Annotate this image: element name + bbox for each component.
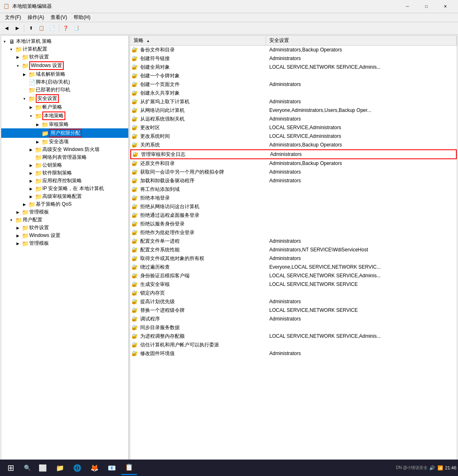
menu-view[interactable]: 查看(V) (47, 13, 70, 22)
policy-row[interactable]: 🔐更改时区LOCAL SERVICE,Administrators (130, 123, 457, 132)
policy-row[interactable]: 🔐拒绝通过远程桌面服务登录 (130, 211, 457, 220)
tree-item-secoptions[interactable]: ▶📁安全选项 (1, 138, 128, 146)
tree-item-windows[interactable]: ▾📁Windows 设置 (1, 61, 128, 70)
clock[interactable]: 21:46 (445, 465, 456, 470)
tree-expand-userconfig[interactable]: ▾ (8, 217, 14, 223)
tree-item-pubkey[interactable]: ▶📁公钥策略 (1, 161, 128, 169)
start-button[interactable]: ⊞ (2, 460, 20, 475)
tree-expand-ipsec[interactable]: ▶ (28, 186, 34, 192)
tree-item-ipsec[interactable]: ▶📁IP 安全策略，在 本地计算机 (1, 185, 128, 193)
tree-expand-secoptions[interactable]: ▶ (34, 139, 41, 145)
tree-expand-usersw[interactable]: ▶ (14, 225, 21, 231)
policy-row[interactable]: 🔐替换一个进程级令牌LOCAL SERVICE,NETWORK SERVICE (130, 306, 457, 315)
policy-row[interactable]: 🔐创建全局对象LOCAL SERVICE,NETWORK SERVICE,Adm… (130, 63, 457, 72)
tree-expand-pubkey[interactable]: ▶ (28, 162, 34, 169)
policy-row[interactable]: 🔐提高计划优先级Administrators (130, 297, 457, 306)
tree-item-computer[interactable]: ▾📁计算机配置 (1, 45, 128, 53)
tree-item-swrestrict[interactable]: ▶📁软件限制策略 (1, 169, 128, 177)
tree-expand-qos[interactable]: ▶ (21, 201, 28, 208)
policy-row[interactable]: 🔐从扩展坞上取下计算机Administrators (130, 98, 457, 106)
tree-expand-wf[interactable]: ▶ (28, 146, 34, 153)
tree-item-wf[interactable]: ▶📁高级安全 Windows 防火墙 (1, 146, 128, 153)
tree-expand-applocker[interactable]: ▶ (28, 178, 34, 184)
tree-item-account[interactable]: ▶📁帐户策略 (1, 103, 128, 111)
tree-expand-windows[interactable]: ▾ (14, 63, 21, 69)
policy-row[interactable]: 🔐创建永久共享对象 (130, 89, 457, 98)
policy-row[interactable]: 🔐关闭系统Administrators,Backup Operators (130, 141, 457, 149)
policy-row[interactable]: 🔐锁定内存页 (130, 289, 457, 297)
policy-row[interactable]: 🔐为进程调整内存配额LOCAL SERVICE,NETWORK SERVICE,… (130, 332, 457, 341)
policy-row[interactable]: 🔐从网络访问此计算机Everyone,Administrators,Users,… (130, 106, 457, 115)
tree-expand-admintempl[interactable]: ▶ (14, 209, 21, 216)
policy-list[interactable]: 🔐备份文件和目录Administrators,Backup Operators🔐… (130, 46, 457, 460)
minimize-button[interactable]: ─ (398, 0, 417, 13)
tree-expand-auditadv[interactable]: ▶ (28, 193, 34, 200)
menu-action[interactable]: 操作(A) (24, 13, 47, 22)
tree-expand-security[interactable]: ▾ (21, 95, 28, 102)
policy-row[interactable]: 🔐身份验证后模拟客户端LOCAL SERVICE,NETWORK SERVICE… (130, 272, 457, 280)
gpedit-button[interactable]: 📋 (121, 460, 137, 475)
tree-item-netlist[interactable]: 📁网络列表管理器策略 (1, 153, 128, 161)
maximize-button[interactable]: □ (417, 0, 436, 13)
tree-item-software[interactable]: ▶📁软件设置 (1, 53, 128, 61)
chrome-button[interactable]: 🌐 (69, 460, 86, 475)
policy-row[interactable]: 🔐配置文件系统性能Administrators,NT SERVICE\WdiSe… (130, 246, 457, 254)
properties-button[interactable]: 📄 (47, 23, 57, 33)
firefox-button[interactable]: 🦊 (86, 460, 103, 475)
tree-expand-useradmin[interactable]: ▶ (14, 240, 21, 247)
tree-item-userrights[interactable]: 📁用户权限分配 (1, 128, 128, 138)
tree-expand-account[interactable]: ▶ (28, 104, 34, 111)
policy-row[interactable]: 🔐拒绝作为批处理作业登录 (130, 228, 457, 237)
tree-item-usersw[interactable]: ▶📁软件设置 (1, 224, 128, 232)
policy-row[interactable]: 🔐同步目录服务数据 (130, 323, 457, 332)
tree-pane[interactable]: ▾🖥本地计算机 策略▾📁计算机配置▶📁软件设置▾📁Windows 设置▶📁域名解… (1, 36, 129, 460)
policy-row[interactable]: 🔐备份文件和目录Administrators,Backup Operators (130, 46, 457, 54)
tree-item-audit[interactable]: ▶📁审核策略 (1, 121, 128, 128)
policy-row[interactable]: 🔐将工作站添加到域 (130, 185, 457, 194)
export-button[interactable]: 📑 (72, 23, 81, 33)
taskview-button[interactable]: ⬜ (35, 460, 51, 475)
tree-expand-software[interactable]: ▶ (14, 54, 21, 60)
forward-button[interactable]: ▶ (12, 23, 22, 33)
tree-item-dns[interactable]: ▶📁域名解析策略 (1, 70, 128, 78)
explorer-button[interactable]: 📁 (52, 460, 68, 475)
menu-help[interactable]: 帮助(H) (70, 13, 94, 22)
tree-item-applocker[interactable]: ▶📁应用程序控制策略 (1, 177, 128, 185)
policy-row[interactable]: 🔐获取同一会话中另一个用户的模拟令牌Administrators (130, 168, 457, 176)
show-hide-button[interactable]: 📋 (37, 23, 46, 33)
tree-expand-root[interactable]: ▾ (1, 38, 8, 45)
policy-row[interactable]: 🔐拒绝以服务身份登录 (130, 220, 457, 228)
policy-row[interactable]: 🔐更改系统时间LOCAL SERVICE,Administrators (130, 132, 457, 141)
mail-button[interactable]: 📧 (104, 460, 120, 475)
tree-expand-dns[interactable]: ▶ (21, 71, 28, 78)
policy-row[interactable]: 🔐拒绝从网络访问这台计算机 (130, 202, 457, 211)
tree-expand-userwin[interactable]: ▶ (14, 232, 21, 239)
policy-row[interactable]: 🔐修改固件环境值Administrators (130, 349, 457, 358)
tree-expand-computer[interactable]: ▾ (8, 46, 14, 53)
policy-row[interactable]: 🔐取得文件或其他对象的所有权Administrators (130, 254, 457, 263)
tree-item-security[interactable]: ▾📁安全设置 (1, 94, 128, 103)
policy-row[interactable]: 🔐拒绝本地登录 (130, 194, 457, 202)
up-button[interactable]: ⬆ (26, 23, 36, 33)
security-column-header[interactable]: 安全设置 (266, 36, 457, 45)
policy-row[interactable]: 🔐加载和卸载设备驱动程序Administrators (130, 176, 457, 185)
policy-row[interactable]: 🔐生成安全审核LOCAL SERVICE,NETWORK SERVICE (130, 280, 457, 289)
close-button[interactable]: ✕ (436, 0, 455, 13)
tree-expand-audit[interactable]: ▶ (34, 121, 41, 128)
tree-item-userwin[interactable]: ▶📁Windows 设置 (1, 232, 128, 239)
tree-item-admintempl[interactable]: ▶📁管理模板 (1, 208, 128, 216)
policy-row[interactable]: 🔐从远程系统强制关机Administrators (130, 115, 457, 123)
tree-item-scripts[interactable]: 📄脚本(启动/关机) (1, 78, 128, 86)
tree-item-qos[interactable]: ▶📁基于策略的 QoS (1, 200, 128, 208)
tree-item-userconfig[interactable]: ▾📁用户配置 (1, 216, 128, 224)
help-button[interactable]: ❓ (61, 23, 71, 33)
policy-row[interactable]: 🔐创建一个页面文件Administrators (130, 80, 457, 89)
tree-item-local[interactable]: ▾📁本地策略 (1, 111, 128, 121)
policy-row[interactable]: 🔐还原文件和目录Administrators,Backup Operators (130, 159, 457, 168)
tree-item-auditadv[interactable]: ▶📁高级审核策略配置 (1, 193, 128, 200)
policy-row[interactable]: 🔐绕过遍历检查Everyone,LOCAL SERVICE,NETWORK SE… (130, 263, 457, 272)
search-button[interactable]: 🔍 (20, 460, 35, 475)
back-button[interactable]: ◀ (2, 23, 12, 33)
policy-row[interactable]: 🔐配置文件单一进程Administrators (130, 237, 457, 246)
tree-item-useradmin[interactable]: ▶📁管理模板 (1, 239, 128, 247)
